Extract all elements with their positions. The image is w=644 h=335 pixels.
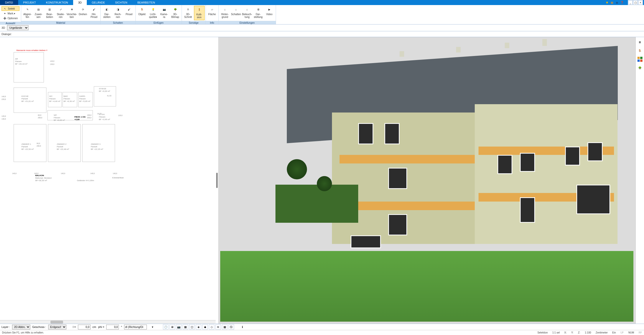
menu-3d[interactable]: 3D xyxy=(73,0,87,5)
palette-icon[interactable] xyxy=(637,56,643,62)
info2-icon[interactable]: ℹ xyxy=(240,324,245,330)
tree-icon: 🌳 xyxy=(172,6,178,12)
shaded-icon[interactable]: ◆ xyxy=(202,324,208,330)
selekt-button[interactable]: ↖Selekt xyxy=(2,6,19,11)
status-sel: 1:1 sel xyxy=(552,331,560,334)
zuweisen-button[interactable]: ▤Zuwei- sen xyxy=(33,6,44,20)
mark-button[interactable]: ✦Mark. ▾ xyxy=(2,11,19,16)
optionen-button[interactable]: ➕Optionen xyxy=(2,16,19,20)
menu-gelaende[interactable]: GELÄNDE xyxy=(87,0,110,5)
globe-icon[interactable]: ◉ xyxy=(615,1,619,4)
svg-rect-1 xyxy=(640,57,642,59)
group-label-sonstige: Sonstige xyxy=(182,21,206,24)
brush-icon: 🖌 xyxy=(91,6,97,12)
objekt-button[interactable]: 🪑Objekt xyxy=(137,6,147,20)
bulb-icon: 💡 xyxy=(150,6,156,12)
rechnen-button[interactable]: ◨Rech- nen xyxy=(113,6,123,20)
mark-icon: ✦ xyxy=(3,12,7,15)
hintergrund-button[interactable]: ⌂Hinter- grund xyxy=(220,6,230,20)
kollision-button[interactable]: 🧍Kolli- sion xyxy=(194,6,205,20)
viewport-3d-pane[interactable] xyxy=(218,37,635,324)
group-label-einstellungen: Einstellungen xyxy=(219,21,276,24)
house3-icon: ⌂ xyxy=(244,6,250,12)
group-label-info: Info xyxy=(206,21,218,24)
layers3-icon[interactable]: ≋ xyxy=(215,324,221,330)
ribbon-group-schatten: ◧Dar- stellen ◨Rech- nen 🖌Pinsel Schatte… xyxy=(101,5,136,24)
menu-projekt[interactable]: PROJEKT xyxy=(18,0,41,5)
beleuchtung-button[interactable]: ⌂Beleuch- tung xyxy=(242,6,253,20)
wireframe-icon[interactable]: ◈ xyxy=(196,324,201,330)
menu-konstruktion[interactable]: KONSTRUKTION xyxy=(41,0,73,5)
video-button[interactable]: ▶Video xyxy=(264,6,275,20)
lichtquelle-button[interactable]: 💡Licht- quelle▾ xyxy=(148,6,158,20)
minimize-button[interactable]: _ xyxy=(628,0,633,5)
schatten2-button[interactable]: ⌂Schatten xyxy=(231,6,241,20)
help-icon[interactable]: ❓ xyxy=(620,1,624,4)
viewport-3d[interactable] xyxy=(220,39,633,322)
dl-dropdown[interactable]: ▾ xyxy=(152,325,153,329)
pinsel-button[interactable]: 🖌Pinsel xyxy=(124,6,134,20)
hinpinsel-button[interactable]: 🖌Hin. Pinsel xyxy=(89,6,99,20)
solid-icon[interactable]: ◇ xyxy=(209,324,214,330)
scale-icon: ⤢ xyxy=(58,6,64,12)
abgreifen-button[interactable]: ✎Abgrei- fen xyxy=(22,6,33,20)
tool-icon-1[interactable]: ✖ xyxy=(605,1,609,4)
floorplan-scrollbar[interactable] xyxy=(0,320,216,324)
ribbon-group-auswahl: ↖Selekt ✦Mark. ▾ ➕Optionen Auswahl xyxy=(0,5,21,24)
fbok-label: FBOK 1 OG +2,89 xyxy=(74,116,86,121)
bearbeiten-button[interactable]: ▥Bear- beiten xyxy=(44,6,55,20)
mode-select[interactable]: Urgelände xyxy=(7,25,29,30)
ribbon-group-sonstige: ⎘3D- Schnitt 🧍Kolli- sion Sonstige xyxy=(182,5,206,24)
dl-input[interactable] xyxy=(124,325,147,329)
clock-icon[interactable]: 🕐 xyxy=(163,324,169,330)
view-tool-cluster: 🕐 🖥 📷 ▦ ◫ ◈ ◆ ◇ ≋ ▦ Ⓝ ℹ xyxy=(163,324,245,330)
brush2-icon: 🖌 xyxy=(126,6,132,12)
kamera-button[interactable]: 📷Kame- ra xyxy=(159,6,170,20)
l-input[interactable] xyxy=(78,325,91,329)
floorplan-pane[interactable]: Mansarde muss erhalten bleiben !! ARFlie… xyxy=(0,37,216,324)
right-toolbar: ≣ 🪑 🌳 xyxy=(635,37,644,324)
pane-splitter[interactable] xyxy=(216,37,218,324)
camera2-icon[interactable]: 📷 xyxy=(176,324,182,330)
north-icon[interactable]: Ⓝ xyxy=(229,324,234,330)
menu-bearbeiten[interactable]: BEARBEITEN xyxy=(132,0,160,5)
phi-input[interactable] xyxy=(106,325,119,329)
person-icon: 🧍 xyxy=(196,7,202,13)
bitmap-button[interactable]: 🌳3D- Bitmap xyxy=(170,6,181,20)
monitor-icon[interactable]: 🖥 xyxy=(170,324,175,330)
box-icon[interactable]: ▦ xyxy=(610,1,614,4)
layer-select[interactable]: 2D Abbruch xyxy=(12,325,30,329)
geschoss-select[interactable]: Erdgeschos xyxy=(48,325,66,329)
skalieren-button[interactable]: ⤢Skalie- ren xyxy=(55,6,66,20)
darstellen-button[interactable]: ◧Dar- stellen xyxy=(102,6,112,20)
ribbon: ↖Selekt ✦Mark. ▾ ➕Optionen Auswahl ✎Abgr… xyxy=(0,5,644,24)
layer-label: Layer : xyxy=(2,325,10,328)
calc-icon: ◨ xyxy=(115,6,121,12)
status-unit: Zentimeter xyxy=(596,331,608,334)
maximize-button[interactable]: ▢ xyxy=(633,0,638,5)
layers2-icon[interactable]: ▦ xyxy=(183,324,188,330)
drehen-button[interactable]: ⟳Drehen xyxy=(78,6,88,20)
dialoge-label: Dialoge: xyxy=(2,33,12,36)
darstellung-button[interactable]: 🖥Dar- stellung xyxy=(253,6,264,20)
cut-icon: ⎘ xyxy=(185,6,191,12)
box2-icon[interactable]: ◫ xyxy=(189,324,195,330)
layers-icon[interactable]: ≣ xyxy=(637,39,643,45)
group-label-einfuegen: Einfügen xyxy=(136,21,182,24)
mode-label: 3D xyxy=(2,26,5,29)
menu-datei[interactable]: DATEI xyxy=(0,0,18,5)
close-button[interactable]: × xyxy=(638,0,643,5)
grid-icon[interactable]: ▦ xyxy=(222,324,228,330)
play-icon: ▶ xyxy=(266,6,272,12)
verschieben-button[interactable]: ✥Verschie- ben xyxy=(67,6,77,20)
schnitt-button[interactable]: ⎘3D- Schnitt xyxy=(183,6,193,20)
flaeche-button[interactable]: ▱Fläche xyxy=(207,6,217,20)
display-icon: 🖥 xyxy=(255,6,261,12)
menu-sichten[interactable]: SICHTEN xyxy=(110,0,132,5)
dialoge-bar: Dialoge: xyxy=(0,31,644,37)
tree-tool-icon[interactable]: 🌳 xyxy=(637,65,643,71)
furniture-icon[interactable]: 🪑 xyxy=(637,48,643,54)
status-scale: 1:100 xyxy=(585,331,591,334)
group-label-material: Material xyxy=(21,21,100,24)
context-bar: 3D Urgelände xyxy=(0,24,644,31)
